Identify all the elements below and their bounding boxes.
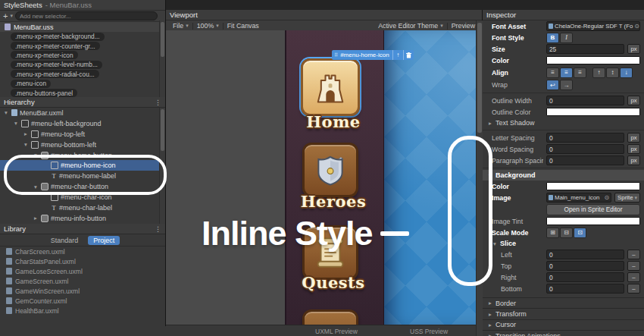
letter-spacing-unit-dropdown[interactable]: px — [627, 133, 640, 143]
slice-left-unit-dropdown[interactable]: – — [627, 250, 640, 259]
foldout-icon[interactable]: ▾ — [33, 152, 39, 159]
italic-button[interactable]: I — [560, 33, 573, 43]
hierarchy-item[interactable]: ▾ #menu-bottom-left — [0, 140, 165, 150]
stylesheets-scrollbar-thumb[interactable] — [161, 22, 164, 57]
cursor-section-foldout[interactable]: ▸ Cursor — [483, 319, 644, 330]
slice-right-input[interactable]: 0 — [546, 272, 624, 282]
game-quests-button[interactable] — [302, 225, 358, 280]
valign-bottom-button[interactable]: ↓ — [620, 68, 633, 78]
game-menu-button-partial[interactable] — [302, 309, 358, 325]
outline-width-input[interactable]: 0 — [546, 96, 624, 105]
inspector-scrollbar-thumb[interactable] — [477, 23, 482, 133]
selector-row[interactable]: .menu-xp-meter-radial-cou... — [0, 70, 165, 79]
selector-row[interactable]: .menu-xp-meter-level-numb... — [0, 60, 165, 69]
hierarchy-scrollbar-thumb[interactable] — [161, 109, 164, 151]
library-menu-icon[interactable]: ⋮ — [155, 225, 161, 233]
hierarchy-item[interactable]: ▾ #menu-home-button — [0, 150, 165, 161]
wrap-on-button[interactable]: ↩ — [546, 80, 559, 90]
add-selector-button[interactable]: + — [3, 12, 8, 20]
selector-row[interactable]: .menu-buttons-panel — [0, 88, 165, 97]
paragraph-spacing-input[interactable]: 0 — [546, 155, 624, 165]
image-tint-swatch[interactable] — [546, 217, 640, 225]
paragraph-spacing-unit-dropdown[interactable]: px — [627, 155, 640, 165]
scale-stretch-button[interactable]: ⊞ — [546, 228, 559, 238]
uxml-preview-pane-header[interactable]: UXML Preview — [315, 328, 358, 335]
file-menu[interactable]: File▾ — [169, 20, 192, 31]
scale-crop-button[interactable]: ⊡ — [574, 228, 586, 238]
font-size-unit-dropdown[interactable]: px — [627, 44, 640, 54]
delete-icon[interactable] — [403, 50, 414, 60]
hierarchy-item[interactable]: ▾ #menu-char-button — [0, 181, 165, 192]
foldout-icon[interactable]: ▾ — [33, 184, 39, 190]
hierarchy-item[interactable]: ▾ MenuBar.uxml — [0, 108, 165, 118]
transition-animations-section-foldout[interactable]: ▸ Transition Animations — [483, 330, 644, 336]
word-spacing-input[interactable]: 0 — [546, 144, 624, 154]
library-item[interactable]: CharScreen.uxml — [0, 247, 165, 256]
selector-row[interactable]: .menu-icon — [0, 79, 165, 88]
valign-top-button[interactable]: ↑ — [592, 68, 605, 78]
game-heroes-button[interactable] — [302, 143, 358, 197]
hierarchy-item[interactable]: #menu-char-icon — [0, 192, 165, 203]
library-item[interactable]: CharStatsPanel.uxml — [0, 256, 165, 266]
background-image-field[interactable]: Main_menu_icon ⊙ — [546, 193, 611, 203]
outline-width-unit-dropdown[interactable]: px — [627, 96, 640, 105]
foldout-icon[interactable]: ▾ — [13, 120, 19, 127]
zoom-dropdown[interactable]: 100%▾ — [193, 20, 223, 31]
library-item[interactable]: GameLoseScreen.uxml — [0, 266, 165, 276]
hierarchy-item[interactable]: T #menu-home-label — [0, 171, 165, 181]
hierarchy-item-selected[interactable]: #menu-home-icon — [0, 160, 165, 171]
align-right-button[interactable]: ≡ — [574, 68, 586, 78]
align-center-button[interactable]: ≡ — [560, 68, 573, 78]
hierarchy-item[interactable]: ▾ #menu-left-background — [0, 118, 165, 129]
tab-standard[interactable]: Standard — [45, 236, 84, 245]
library-item[interactable]: GemCounter.uxml — [0, 296, 165, 306]
selector-row[interactable]: .menu-xp-meter-background... — [0, 32, 165, 41]
foldout-icon[interactable]: ▸ — [33, 215, 39, 221]
object-picker-icon[interactable]: ⊙ — [634, 23, 639, 30]
open-sprite-editor-button[interactable]: Open in Sprite Editor — [546, 204, 640, 215]
hierarchy-menu-icon[interactable]: ⋮ — [155, 99, 161, 106]
stylesheet-file-row[interactable]: MenuBar.uss — [0, 22, 165, 32]
foldout-icon[interactable]: ▾ — [23, 141, 29, 148]
add-selector-caret-icon[interactable]: ▾ — [10, 13, 13, 19]
object-picker-icon[interactable]: ⊙ — [604, 194, 609, 201]
background-color-swatch[interactable] — [546, 182, 640, 190]
letter-spacing-input[interactable]: 0 — [546, 133, 624, 143]
slice-top-unit-dropdown[interactable]: – — [627, 261, 640, 271]
selector-row[interactable]: .menu-xp-meter-counter-gr... — [0, 41, 165, 50]
align-left-button[interactable]: ≡ — [546, 68, 559, 78]
preview-toggle-button[interactable]: Preview — [448, 20, 479, 31]
slice-bottom-input[interactable]: 0 — [546, 284, 624, 294]
selector-row[interactable]: .menu-xp-meter-icon — [0, 51, 165, 60]
hierarchy-scrollbar[interactable] — [159, 108, 165, 224]
foldout-icon[interactable]: ▾ — [3, 109, 9, 116]
tab-project[interactable]: Project — [88, 236, 120, 245]
unparent-icon[interactable]: ↑ — [392, 50, 403, 60]
stylesheets-scrollbar[interactable] — [159, 20, 165, 107]
add-selector-input[interactable] — [15, 11, 158, 20]
slice-right-unit-dropdown[interactable]: – — [627, 272, 640, 282]
border-section-foldout[interactable]: ▸ Border — [483, 297, 644, 308]
slice-foldout[interactable]: ▾ Slice — [483, 238, 644, 249]
wrap-off-button[interactable]: → — [560, 80, 573, 90]
inspector-scrollbar[interactable] — [476, 20, 483, 336]
game-home-button[interactable] — [301, 58, 360, 116]
text-shadow-foldout[interactable]: ▸ Text Shadow — [483, 118, 644, 128]
hierarchy-item[interactable]: ▸ #menu-top-left — [0, 129, 165, 140]
theme-dropdown[interactable]: Active Editor Theme▾ — [374, 20, 447, 31]
uss-preview-pane-header[interactable]: USS Preview — [410, 328, 448, 335]
bold-button[interactable]: B — [546, 33, 559, 43]
library-item[interactable]: GameScreen.uxml — [0, 276, 165, 286]
image-type-dropdown[interactable]: Sprite ▾ — [614, 193, 640, 203]
transform-section-foldout[interactable]: ▸ Transform — [483, 308, 644, 319]
canvas[interactable]: Home Heroes — [166, 30, 482, 325]
valign-middle-button[interactable]: ↕ — [606, 68, 619, 78]
scale-fit-button[interactable]: ⊟ — [560, 228, 573, 238]
library-item[interactable]: HealthBar.uxml — [0, 306, 165, 316]
drag-handle-icon[interactable]: ⠿ — [332, 52, 340, 58]
font-size-input[interactable]: 25 — [546, 44, 624, 54]
word-spacing-unit-dropdown[interactable]: px — [627, 144, 640, 154]
hierarchy-item[interactable]: T #menu-char-label — [0, 203, 165, 213]
font-asset-field[interactable]: ChelaOne-Regular SDF T (Fo ⊙ — [546, 21, 640, 31]
background-section-foldout[interactable]: ▾ Background — [483, 170, 644, 181]
